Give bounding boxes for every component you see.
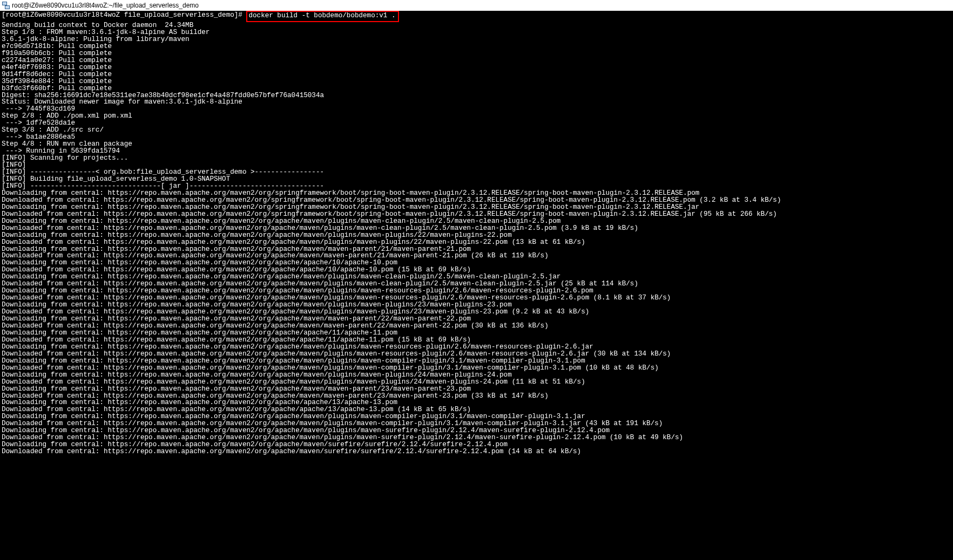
window-titlebar: root@iZ6we8090vcu1u3rl8t4woZ:~/file_uplo…: [0, 0, 953, 11]
terminal-output: Sending build context to Docker daemon 2…: [2, 22, 952, 455]
window-title: root@iZ6we8090vcu1u3rl8t4woZ:~/file_uplo…: [12, 2, 199, 9]
terminal[interactable]: [root@iZ6we8090vcu1u3rl8t4woZ file_uploa…: [0, 11, 953, 456]
highlighted-command: docker build -t bobdemo/bobdemo:v1 .: [246, 11, 398, 22]
putty-icon: [2, 2, 10, 9]
shell-prompt: [root@iZ6we8090vcu1u3rl8t4woZ file_uploa…: [2, 11, 246, 19]
